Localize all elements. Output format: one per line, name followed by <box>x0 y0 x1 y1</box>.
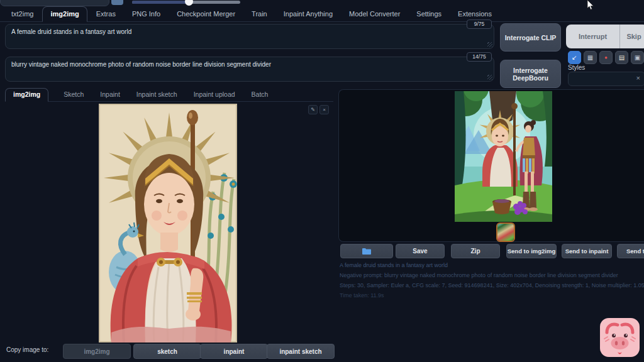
generated-image[interactable] <box>455 91 552 222</box>
edit-icon: ✎ <box>311 107 315 112</box>
subtab-sketch[interactable]: Sketch <box>62 89 85 101</box>
copy-to-sketch-button[interactable]: sketch <box>133 344 201 359</box>
prompt-token-counter: 9/75 <box>467 19 492 29</box>
remove-image-button[interactable]: × <box>319 105 329 114</box>
save-button[interactable]: Save <box>396 244 445 258</box>
edit-image-button[interactable]: ✎ <box>308 105 318 114</box>
subtab-inpaint-sketch[interactable]: Inpaint sketch <box>135 89 179 101</box>
copy-to-inpaint-button[interactable]: inpaint <box>200 344 268 359</box>
send-to-inpaint-button[interactable]: Send to inpaint <box>562 244 612 258</box>
subtab-inpaint[interactable]: Inpaint <box>99 89 121 101</box>
save-style-button[interactable]: ▣ <box>631 51 644 64</box>
negative-prompt-container: blurry vintage naked monochrome photo of… <box>5 57 494 82</box>
source-image[interactable] <box>99 104 237 343</box>
tab-img2img[interactable]: img2img <box>42 6 87 22</box>
info-negative-line: Negative prompt: blurry vintage naked mo… <box>340 272 644 279</box>
copy-to-inpaint-sketch-button[interactable]: inpaint sketch <box>267 344 335 359</box>
tab-model-converter[interactable]: Model Converter <box>341 7 408 21</box>
tab-png-info[interactable]: PNG Info <box>125 7 168 21</box>
copy-to-img2img-button[interactable]: img2img <box>63 344 131 359</box>
save-style-icon: ▣ <box>635 54 640 61</box>
tab-train[interactable]: Train <box>244 7 275 21</box>
interrogate-clip-button[interactable]: Interrogate CLIP <box>500 23 561 52</box>
style-card-icon: ● <box>604 55 608 60</box>
info-params-line: Steps: 30, Sampler: Euler a, CFG scale: … <box>340 282 644 289</box>
copy-image-to-label: Copy image to: <box>6 346 48 353</box>
subtab-inpaint-upload[interactable]: Inpaint upload <box>192 89 236 101</box>
extra-networks-button[interactable]: ▦ <box>584 51 597 64</box>
interrogate-deepbooru-button[interactable]: Interrogate DeepBooru <box>500 60 561 88</box>
clipboard-icon: ▤ <box>619 54 625 61</box>
negative-prompt-input[interactable]: blurry vintage naked monochrome photo of… <box>5 57 494 82</box>
tab-checkpoint-merger[interactable]: Checkpoint Merger <box>169 7 243 21</box>
slider-fill <box>132 1 189 4</box>
open-folder-button[interactable] <box>340 244 393 258</box>
info-time-line: Time taken: 11.9s <box>340 292 644 299</box>
styles-label: Styles <box>568 64 585 71</box>
generation-info: A female druid stands in a fantasy art w… <box>340 261 644 302</box>
tab-settings[interactable]: Settings <box>409 7 449 21</box>
main-tab-bar: txt2img img2img Extras PNG Info Checkpoi… <box>0 7 644 22</box>
subtab-batch[interactable]: Batch <box>250 89 270 101</box>
prompt-input[interactable]: A female druid stands in a fantasy art w… <box>5 24 494 49</box>
send-to-img2img-button[interactable]: Send to img2img <box>506 244 557 258</box>
quicksetting-slider[interactable] <box>132 1 240 4</box>
checkpoint-dropdown[interactable] <box>0 0 109 6</box>
tab-extras[interactable]: Extras <box>89 7 123 21</box>
styles-clear-icon[interactable]: × <box>636 74 640 82</box>
slider-handle[interactable] <box>185 0 193 6</box>
zip-button[interactable]: Zip <box>451 244 500 258</box>
img2img-tab-bar: img2img Sketch Inpaint Inpaint sketch In… <box>5 88 333 102</box>
skip-button[interactable]: Skip <box>620 25 644 48</box>
clipboard-styles-button[interactable]: ▤ <box>615 51 628 64</box>
prompt-tools-row: ↙ ▦ ● ▤ ▣ <box>568 51 644 64</box>
stop-button-group: Interrupt Skip <box>566 25 644 48</box>
paste-params-button[interactable]: ↙ <box>568 51 581 64</box>
styles-dropdown[interactable]: × <box>568 72 644 86</box>
send-to-extras-button[interactable]: Send to <box>617 244 644 258</box>
paste-icon: ↙ <box>572 54 577 61</box>
extra-networks-icon: ▦ <box>587 54 593 61</box>
info-prompt-line: A female druid stands in a fantasy art w… <box>340 261 644 269</box>
thumbnail-image <box>497 224 514 241</box>
refresh-checkpoint-button[interactable] <box>111 0 123 5</box>
close-icon: × <box>323 107 326 112</box>
folder-icon <box>362 248 371 255</box>
interrupt-button[interactable]: Interrupt <box>566 25 620 48</box>
subtab-img2img[interactable]: img2img <box>5 88 48 102</box>
mouse-cursor <box>587 0 596 14</box>
tab-txt2img[interactable]: txt2img <box>4 7 41 21</box>
apply-style-button[interactable]: ● <box>599 51 613 64</box>
gallery-thumbnail-selected[interactable] <box>496 222 515 242</box>
image-toolbar: ✎ × <box>308 105 329 114</box>
recorder-pig-overlay-icon[interactable] <box>599 317 640 358</box>
prompt-container: A female druid stands in a fantasy art w… <box>5 24 494 49</box>
tab-inpaint-anything[interactable]: Inpaint Anything <box>276 7 340 21</box>
negative-token-counter: 14/75 <box>467 52 492 62</box>
